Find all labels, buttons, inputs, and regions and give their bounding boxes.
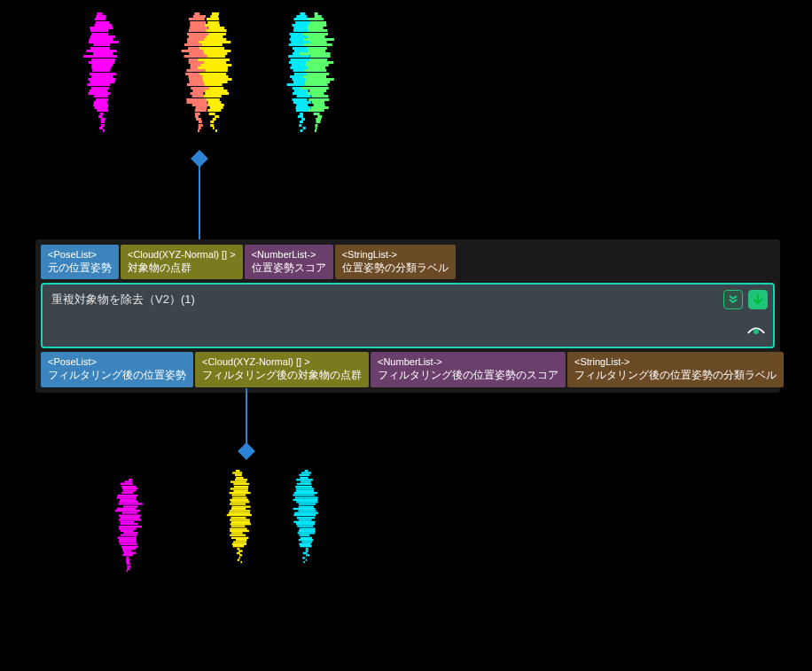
node-remove-duplicates[interactable]: <PoseList> 元の位置姿勢 <Cloud(XYZ-Normal) [] … xyxy=(35,239,780,393)
port-type: <StringList-> xyxy=(342,248,449,261)
port-type: <NumberList-> xyxy=(252,248,326,261)
port-label: 元の位置姿勢 xyxy=(48,261,112,276)
input-port-row: <PoseList> 元の位置姿勢 <Cloud(XYZ-Normal) [] … xyxy=(41,245,775,279)
node-title-text: 重複対象物を除去（V2）(1) xyxy=(51,293,195,306)
port-type: <PoseList> xyxy=(48,355,186,369)
port-type: <Cloud(XYZ-Normal) [] > xyxy=(128,248,236,261)
input-port-poselist[interactable]: <PoseList> 元の位置姿勢 xyxy=(41,245,119,279)
port-label: フィルタリング後の位置姿勢のスコア xyxy=(378,369,558,383)
port-type: <PoseList> xyxy=(48,248,112,261)
port-label: 位置姿勢スコア xyxy=(252,261,326,276)
execute-button[interactable] xyxy=(748,290,768,309)
output-port-cloud[interactable]: <Cloud(XYZ-Normal) [] > フィルタリング後の対象物の点群 xyxy=(195,352,369,386)
output-port-numberlist[interactable]: <NumberList-> フィルタリング後の位置姿勢のスコア xyxy=(371,352,566,386)
svg-point-0 xyxy=(753,329,759,334)
port-type: <NumberList-> xyxy=(378,355,558,369)
port-label: フィルタリング後の位置姿勢の分類ラベル xyxy=(574,369,777,383)
arrow-down-icon xyxy=(753,294,763,305)
connector-diamond xyxy=(238,442,255,460)
port-label: フィルタリング後の位置姿勢 xyxy=(48,369,186,383)
input-port-stringlist[interactable]: <StringList-> 位置姿勢の分類ラベル xyxy=(335,245,456,279)
connector-line xyxy=(199,163,200,245)
node-title-actions xyxy=(723,290,768,309)
input-port-numberlist[interactable]: <NumberList-> 位置姿勢スコア xyxy=(245,245,333,279)
node-title-bar[interactable]: 重複対象物を除去（V2）(1) xyxy=(41,283,775,348)
visibility-toggle[interactable] xyxy=(746,324,766,341)
output-port-stringlist[interactable]: <StringList-> フィルタリング後の位置姿勢の分類ラベル xyxy=(567,352,784,386)
collapse-button[interactable] xyxy=(723,290,743,309)
output-port-poselist[interactable]: <PoseList> フィルタリング後の位置姿勢 xyxy=(41,352,193,386)
input-port-cloud[interactable]: <Cloud(XYZ-Normal) [] > 対象物の点群 xyxy=(121,245,243,279)
port-label: フィルタリング後の対象物の点群 xyxy=(202,369,362,383)
output-port-row: <PoseList> フィルタリング後の位置姿勢 <Cloud(XYZ-Norm… xyxy=(41,352,775,386)
port-type: <StringList-> xyxy=(574,355,777,369)
port-label: 対象物の点群 xyxy=(128,261,236,276)
connector-line xyxy=(246,388,247,449)
node-graph-canvas[interactable]: <PoseList> 元の位置姿勢 <Cloud(XYZ-Normal) [] … xyxy=(0,0,812,671)
eye-icon xyxy=(746,324,766,339)
port-type: <Cloud(XYZ-Normal) [] > xyxy=(202,355,362,369)
chevron-down-double-icon xyxy=(728,294,738,305)
port-label: 位置姿勢の分類ラベル xyxy=(342,261,449,276)
